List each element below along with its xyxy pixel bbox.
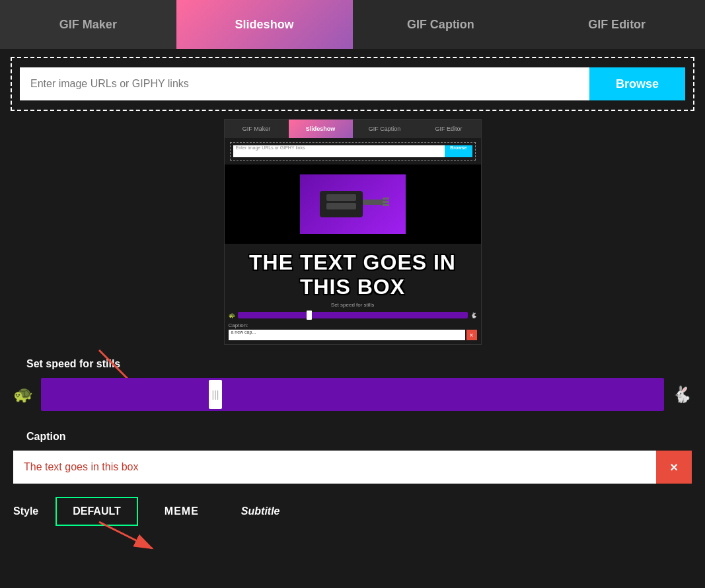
svg-rect-9 bbox=[383, 201, 389, 203]
mini-tab-gif-caption: GIF Caption bbox=[353, 120, 417, 138]
mini-browse-btn: Browse bbox=[445, 145, 472, 157]
mini-tab-bar: GIF Maker Slideshow GIF Caption GIF Edit… bbox=[225, 120, 481, 138]
style-btn-default[interactable]: DEFAULT bbox=[56, 497, 138, 526]
style-btn-meme[interactable]: MEME bbox=[149, 497, 215, 526]
preview-image-area bbox=[225, 165, 481, 244]
preview-box: GIF Maker Slideshow GIF Caption GIF Edit… bbox=[224, 119, 482, 345]
url-drop-area: Browse bbox=[11, 57, 694, 111]
preview-line1: THE TEXT GOES IN bbox=[231, 250, 474, 275]
mini-url-input: Enter image URLs or GIPHY links bbox=[233, 145, 445, 157]
style-btn-subtitle[interactable]: Subtitle bbox=[225, 497, 296, 526]
mini-tab-gif-maker: GIF Maker bbox=[225, 120, 289, 138]
tab-gif-caption[interactable]: GIF Caption bbox=[353, 0, 529, 49]
mini-stills-label: Set speed for stills bbox=[225, 299, 481, 309]
svg-rect-5 bbox=[326, 194, 356, 201]
mini-url-area: Enter image URLs or GIPHY links Browse bbox=[230, 142, 476, 161]
caption-section-label: Caption bbox=[13, 431, 692, 443]
mini-caption-input: a new cap... bbox=[229, 330, 465, 340]
caption-input-row: × bbox=[13, 451, 692, 484]
mini-fast-icon: 🐇 bbox=[470, 312, 477, 318]
style-label: Style bbox=[13, 505, 38, 517]
speed-thumb[interactable]: ||| bbox=[209, 380, 222, 409]
tab-slideshow[interactable]: Slideshow bbox=[176, 0, 353, 49]
url-input[interactable] bbox=[20, 67, 589, 100]
preview-line2: THIS BOX bbox=[297, 275, 408, 299]
mini-slider-row: 🐢 🐇 bbox=[225, 309, 481, 321]
preview-big-text: THE TEXT GOES IN THIS BOX bbox=[225, 244, 481, 299]
speed-section-label: Set speed for stills bbox=[13, 358, 692, 370]
svg-rect-10 bbox=[383, 204, 389, 206]
content-area: GIF Maker Slideshow GIF Caption GIF Edit… bbox=[0, 119, 705, 526]
mini-caption-label: Caption: bbox=[225, 321, 481, 330]
rabbit-icon: 🐇 bbox=[672, 385, 692, 404]
mini-caption-input-row: a new cap... × bbox=[229, 330, 477, 340]
robot-hand-image bbox=[313, 181, 392, 227]
speed-slider-row: 🐢 ||| 🐇 bbox=[13, 378, 692, 411]
browse-button[interactable]: Browse bbox=[589, 67, 685, 100]
caption-input[interactable] bbox=[13, 451, 656, 484]
turtle-icon: 🐢 bbox=[13, 385, 33, 404]
mini-caption-x: × bbox=[466, 330, 477, 340]
caption-section: Caption × bbox=[0, 431, 705, 497]
speed-track[interactable]: ||| bbox=[41, 378, 664, 411]
tab-bar: GIF Maker Slideshow GIF Caption GIF Edit… bbox=[0, 0, 705, 49]
style-section: Style DEFAULT MEME Subtitle bbox=[0, 497, 705, 526]
mini-slider-track bbox=[238, 312, 468, 318]
caption-clear-button[interactable]: × bbox=[656, 451, 692, 484]
mini-tab-gif-editor: GIF Editor bbox=[417, 120, 481, 138]
svg-rect-8 bbox=[383, 198, 389, 200]
mini-slider-thumb bbox=[307, 311, 312, 320]
preview-container: GIF Maker Slideshow GIF Caption GIF Edit… bbox=[0, 119, 705, 345]
mini-slow-icon: 🐢 bbox=[229, 312, 235, 318]
svg-rect-7 bbox=[363, 200, 386, 205]
preview-image-inner bbox=[300, 174, 406, 234]
tab-gif-editor[interactable]: GIF Editor bbox=[529, 0, 705, 49]
tab-gif-maker[interactable]: GIF Maker bbox=[0, 0, 176, 49]
mini-tab-slideshow: Slideshow bbox=[289, 120, 353, 138]
speed-section: Set speed for stills 🐢 ||| 🐇 bbox=[0, 358, 705, 431]
svg-line-3 bbox=[99, 522, 152, 548]
svg-rect-6 bbox=[326, 203, 356, 209]
